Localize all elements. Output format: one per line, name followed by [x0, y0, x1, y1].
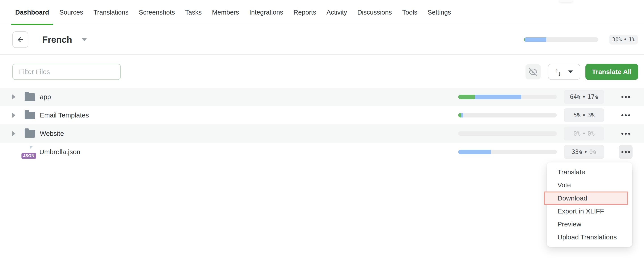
dot-separator: •	[582, 112, 586, 119]
nav-tab-label: Integrations	[249, 9, 283, 16]
back-button[interactable]	[12, 31, 28, 48]
language-progress-badge: 30% • 1%	[609, 35, 638, 45]
folder-icon	[24, 112, 35, 119]
file-progress-bar	[458, 150, 557, 154]
nav-tab-label: Translations	[94, 9, 128, 16]
nav-tab-translations[interactable]: Translations	[89, 0, 133, 25]
file-progress-bar	[458, 131, 557, 136]
translated-progress-segment	[458, 150, 491, 154]
file-row-app[interactable]: app 64% • 17%	[0, 88, 644, 106]
menu-item-label: Upload Translations	[558, 233, 617, 241]
nav-tabs: Dashboard Sources Translations Screensho…	[11, 0, 457, 25]
nav-tab-dashboard[interactable]: Dashboard	[11, 0, 53, 25]
nav-tab-tasks[interactable]: Tasks	[181, 0, 206, 25]
project-nav: Dashboard Sources Translations Screensho…	[0, 0, 644, 25]
menu-item-label: Vote	[558, 181, 571, 189]
menu-item-label: Translate	[558, 168, 585, 176]
arrow-left-icon	[16, 36, 24, 43]
nav-tab-discussions[interactable]: Discussions	[353, 0, 396, 25]
row-actions-button[interactable]	[619, 108, 632, 122]
approved-progress-segment	[458, 95, 475, 99]
nav-tab-tools[interactable]: Tools	[398, 0, 422, 25]
sort-arrows-icon: ↑↓	[555, 68, 562, 75]
expand-chevron-icon[interactable]	[12, 94, 20, 99]
file-name: Umbrella.json	[39, 148, 80, 156]
menu-item-vote[interactable]: Vote	[547, 179, 632, 191]
dot-separator: •	[582, 94, 586, 100]
nav-tab-label: Members	[212, 9, 239, 16]
folder-icon	[24, 93, 35, 101]
translated-progress-segment	[475, 95, 521, 99]
nav-tab-reports[interactable]: Reports	[289, 0, 321, 25]
translated-progress-segment	[525, 37, 546, 42]
nav-tab-label: Sources	[59, 9, 83, 16]
menu-item-label: Export in XLIFF	[558, 207, 604, 215]
nav-tab-label: Tools	[402, 9, 418, 16]
dot-separator: •	[584, 149, 588, 155]
file-name: app	[40, 93, 51, 101]
nav-tab-sources[interactable]: Sources	[55, 0, 87, 25]
row-actions-button[interactable]	[619, 90, 632, 104]
file-progress-badge: 0% • 0%	[564, 127, 604, 141]
menu-item-translate[interactable]: Translate	[547, 166, 632, 179]
language-dropdown-caret-icon[interactable]	[82, 38, 87, 41]
file-progress-badge: 64% • 17%	[564, 90, 604, 104]
folder-icon	[24, 130, 35, 138]
menu-item-label: Download	[558, 194, 587, 202]
file-name: Website	[40, 130, 64, 137]
nav-tab-activity[interactable]: Activity	[322, 0, 351, 25]
nav-tab-label: Reports	[294, 9, 316, 16]
nav-tab-screenshots[interactable]: Screenshots	[134, 0, 179, 25]
language-progress-bar	[524, 37, 598, 42]
translate-all-button[interactable]: Translate All	[586, 64, 638, 80]
menu-item-upload-translations[interactable]: Upload Translations	[547, 231, 632, 244]
nav-tab-label: Activity	[326, 9, 347, 16]
file-progress-bar	[458, 95, 557, 99]
file-name: Email Templates	[40, 111, 89, 119]
nav-tab-label: Screenshots	[139, 9, 175, 16]
menu-item-download[interactable]: Download	[544, 191, 628, 205]
nav-tab-settings[interactable]: Settings	[423, 0, 455, 25]
nav-tab-label: Discussions	[357, 9, 392, 16]
file-row-email-templates[interactable]: Email Templates 5% • 3%	[0, 106, 644, 124]
file-row-umbrella-json[interactable]: JSON Umbrella.json 33% • 0%	[0, 143, 644, 161]
dot-separator: •	[624, 37, 627, 43]
approved-progress-segment	[458, 113, 461, 117]
filter-files-input[interactable]	[12, 64, 121, 80]
nav-tab-integrations[interactable]: Integrations	[245, 0, 288, 25]
page-title: French	[42, 35, 72, 45]
nav-tab-members[interactable]: Members	[208, 0, 243, 25]
expand-chevron-icon[interactable]	[12, 131, 20, 136]
expand-chevron-icon[interactable]	[12, 113, 20, 118]
menu-item-preview[interactable]: Preview	[547, 218, 632, 231]
file-context-menu: Translate Vote Download Export in XLIFF …	[547, 162, 632, 247]
json-file-type-badge: JSON	[22, 153, 36, 159]
file-list: app 64% • 17% Email Templates	[0, 88, 644, 161]
toggle-hidden-files-button[interactable]	[526, 64, 541, 79]
dot-separator: •	[582, 130, 586, 137]
row-actions-button[interactable]	[619, 126, 632, 141]
translated-progress-segment	[461, 113, 463, 117]
nav-tab-label: Tasks	[185, 9, 202, 16]
file-progress-badge: 33% • 0%	[564, 145, 604, 159]
file-toolbar: ↑↓ Translate All	[0, 55, 644, 80]
language-header: French 30% • 1%	[0, 25, 644, 55]
menu-item-export-in-xliff[interactable]: Export in XLIFF	[547, 205, 632, 218]
cropped-popover-remnant	[559, 0, 573, 2]
sort-button[interactable]: ↑↓	[548, 64, 580, 80]
menu-item-label: Preview	[558, 220, 582, 228]
nav-tab-label: Dashboard	[15, 9, 49, 16]
chevron-down-icon	[568, 71, 573, 73]
json-file-icon: JSON	[24, 146, 33, 156]
row-actions-button[interactable]	[619, 145, 632, 159]
nav-tab-label: Settings	[428, 9, 451, 16]
file-row-website[interactable]: Website 0% • 0%	[0, 124, 644, 143]
file-progress-badge: 5% • 3%	[564, 108, 604, 122]
file-progress-bar	[458, 113, 557, 117]
eye-off-icon	[529, 68, 537, 76]
